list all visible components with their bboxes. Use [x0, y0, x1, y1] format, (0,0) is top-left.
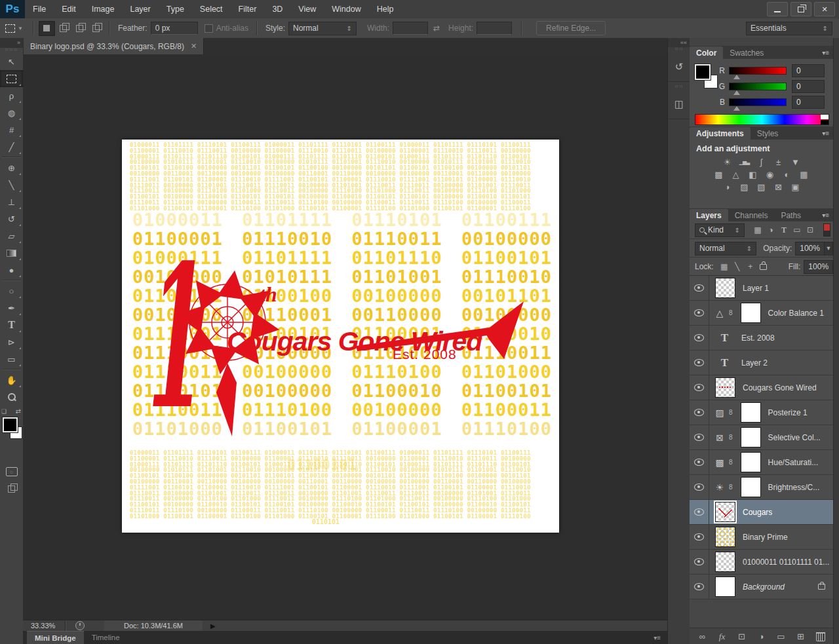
layer-name[interactable]: Hue/Saturati...: [768, 458, 819, 467]
visibility-toggle[interactable]: [690, 525, 709, 549]
filter-pixel-layers-icon[interactable]: ▦: [751, 224, 764, 237]
panel-menu-icon[interactable]: ▾≡: [822, 212, 829, 219]
layer-style-button[interactable]: fx: [714, 630, 730, 644]
layer-row[interactable]: ▨ 8 Posterize 1: [690, 400, 833, 425]
link-layers-button[interactable]: ∞: [695, 630, 711, 644]
layer-thumbnail[interactable]: [715, 502, 735, 522]
visibility-toggle[interactable]: [690, 500, 709, 524]
new-adjustment-layer-button[interactable]: ◑: [754, 630, 770, 644]
photo-filter-icon[interactable]: ◉: [762, 168, 779, 181]
color-balance-icon[interactable]: △: [728, 168, 745, 181]
layer-row[interactable]: T Layer 2: [690, 350, 833, 375]
subtract-selection-button[interactable]: [71, 21, 88, 36]
intersect-selection-button[interactable]: [88, 21, 104, 36]
layer-row-selected[interactable]: Cougars: [690, 500, 833, 525]
new-layer-button[interactable]: ⊞: [793, 630, 809, 644]
layer-name[interactable]: Posterize 1: [768, 408, 808, 417]
visibility-toggle[interactable]: [690, 301, 709, 325]
layer-thumbnail[interactable]: [715, 552, 735, 572]
dodge-tool[interactable]: ○: [0, 282, 23, 299]
tab-adjustments[interactable]: Adjustments: [690, 127, 751, 140]
toolbar-collapse-button[interactable]: »: [0, 38, 23, 48]
slider-thumb[interactable]: [733, 90, 740, 95]
document-tab[interactable]: Binary logo.psd @ 33.3% (Cougars, RGB/8)…: [24, 38, 204, 54]
style-select[interactable]: Normal ⇕: [288, 22, 357, 35]
height-input[interactable]: [477, 22, 512, 35]
canvas[interactable]: 01000011 01101111 01110101 01100111 0100…: [122, 140, 559, 533]
layer-mask-thumbnail[interactable]: [741, 402, 761, 423]
anti-alias-checkbox[interactable]: [205, 24, 213, 33]
tab-channels[interactable]: Channels: [728, 209, 775, 221]
toolbar-grip[interactable]: ⠿⠿⠿: [0, 48, 23, 53]
add-to-selection-button[interactable]: [55, 21, 71, 36]
default-colors-icon[interactable]: ❏: [1, 408, 7, 415]
panel-menu-icon[interactable]: ▾≡: [822, 130, 829, 137]
layer-name[interactable]: Cougars Gone Wired: [743, 383, 817, 392]
filter-adjustment-layers-icon[interactable]: ◑: [764, 224, 777, 237]
width-input[interactable]: [393, 22, 428, 35]
layer-row[interactable]: 01000011 01101111 01...: [690, 550, 833, 575]
visibility-toggle[interactable]: [690, 425, 709, 449]
layer-row[interactable]: ☀ 8 Brightness/C...: [690, 475, 833, 500]
layer-row[interactable]: △ 8 Color Balance 1: [690, 301, 833, 326]
layer-name[interactable]: Est. 2008: [741, 333, 775, 343]
type-tool[interactable]: T: [0, 316, 23, 333]
spot-healing-brush-tool[interactable]: ⊕: [0, 159, 23, 176]
foreground-color-swatch[interactable]: [695, 64, 711, 80]
eraser-tool[interactable]: ▱: [0, 227, 23, 244]
layer-name[interactable]: Color Balance 1: [768, 309, 824, 318]
layer-thumbnail[interactable]: [715, 527, 735, 547]
red-value-input[interactable]: 0: [792, 64, 825, 77]
visibility-toggle[interactable]: [690, 475, 709, 499]
history-panel-button[interactable]: ↺: [668, 52, 690, 82]
layer-name[interactable]: Cougars: [743, 508, 772, 517]
brush-tool[interactable]: ╲: [0, 176, 23, 193]
blur-tool[interactable]: ●: [0, 261, 23, 278]
screen-mode-button[interactable]: [0, 480, 23, 497]
visibility-toggle[interactable]: [690, 450, 709, 474]
black-white-icon[interactable]: ◧: [745, 168, 762, 181]
hue-saturation-icon[interactable]: ▩: [711, 168, 728, 181]
color-lookup-icon[interactable]: ▦: [796, 168, 813, 181]
new-group-button[interactable]: ▭: [773, 630, 789, 644]
layer-thumbnail[interactable]: [715, 278, 735, 298]
zoom-level[interactable]: 33.33%: [31, 622, 65, 630]
menu-filter[interactable]: Filter: [231, 5, 265, 14]
tab-mini-bridge[interactable]: Mini Bridge: [27, 631, 84, 644]
layer-row[interactable]: ▩ 8 Hue/Saturati...: [690, 450, 833, 475]
layer-mask-thumbnail[interactable]: [741, 452, 761, 472]
layer-mask-thumbnail[interactable]: [741, 477, 761, 497]
crop-tool[interactable]: #: [0, 121, 23, 138]
color-spectrum-ramp[interactable]: [695, 114, 829, 125]
filter-shape-layers-icon[interactable]: ▭: [790, 224, 804, 237]
sync-status-icon[interactable]: [75, 621, 85, 630]
menu-select[interactable]: Select: [192, 5, 231, 14]
layer-name[interactable]: Brightness/C...: [768, 483, 820, 492]
menu-window[interactable]: Window: [324, 5, 368, 14]
visibility-toggle[interactable]: [690, 375, 709, 400]
layer-row[interactable]: T Est. 2008: [690, 326, 833, 350]
delete-layer-button[interactable]: [813, 630, 829, 644]
rectangular-marquee-tool[interactable]: [0, 70, 23, 87]
brightness-contrast-icon[interactable]: ☀: [719, 156, 736, 168]
layer-name[interactable]: Binary Prime: [743, 533, 788, 542]
foreground-color-swatch[interactable]: [3, 417, 18, 432]
red-slider[interactable]: [729, 67, 787, 75]
menu-view[interactable]: View: [290, 5, 324, 14]
tab-timeline[interactable]: Timeline: [84, 631, 128, 643]
fill-input[interactable]: 100%: [804, 260, 833, 274]
panel-menu-icon[interactable]: ▾≡: [822, 49, 829, 56]
exposure-icon[interactable]: ±: [770, 156, 787, 168]
panel-menu-icon[interactable]: ▾≡: [654, 634, 661, 641]
menu-file[interactable]: File: [25, 5, 54, 14]
visibility-toggle[interactable]: [690, 550, 709, 574]
quick-selection-tool[interactable]: ◍: [0, 104, 23, 121]
visibility-toggle[interactable]: [690, 276, 709, 300]
visibility-toggle[interactable]: [690, 575, 709, 599]
layer-row[interactable]: ⊠ 8 Selective Col...: [690, 425, 833, 450]
gradient-tool[interactable]: [0, 244, 23, 261]
canvas-viewport[interactable]: 01000011 01101111 01110101 01100111 0100…: [23, 54, 667, 620]
green-value-input[interactable]: 0: [792, 80, 825, 93]
layer-name[interactable]: Background: [743, 582, 785, 592]
tool-preset-picker[interactable]: ▼: [0, 24, 28, 33]
